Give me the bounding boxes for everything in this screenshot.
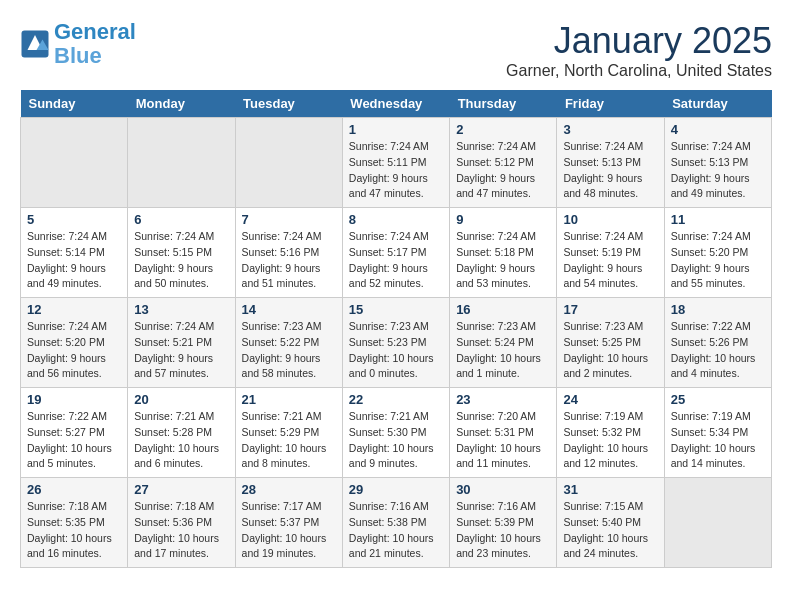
day-number: 22 [349,392,443,407]
column-header-friday: Friday [557,90,664,118]
day-detail: Sunrise: 7:18 AMSunset: 5:36 PMDaylight:… [134,499,228,562]
day-detail: Sunrise: 7:24 AMSunset: 5:12 PMDaylight:… [456,139,550,202]
logo: General Blue [20,20,136,68]
day-number: 29 [349,482,443,497]
calendar-cell: 20Sunrise: 7:21 AMSunset: 5:28 PMDayligh… [128,388,235,478]
day-detail: Sunrise: 7:24 AMSunset: 5:17 PMDaylight:… [349,229,443,292]
day-detail: Sunrise: 7:23 AMSunset: 5:24 PMDaylight:… [456,319,550,382]
day-number: 8 [349,212,443,227]
day-detail: Sunrise: 7:19 AMSunset: 5:34 PMDaylight:… [671,409,765,472]
day-number: 25 [671,392,765,407]
calendar-cell: 23Sunrise: 7:20 AMSunset: 5:31 PMDayligh… [450,388,557,478]
page-header: General Blue January 2025 Garner, North … [20,20,772,80]
calendar-week-3: 12Sunrise: 7:24 AMSunset: 5:20 PMDayligh… [21,298,772,388]
calendar-cell: 2Sunrise: 7:24 AMSunset: 5:12 PMDaylight… [450,118,557,208]
day-number: 9 [456,212,550,227]
day-detail: Sunrise: 7:24 AMSunset: 5:20 PMDaylight:… [27,319,121,382]
day-detail: Sunrise: 7:21 AMSunset: 5:30 PMDaylight:… [349,409,443,472]
location: Garner, North Carolina, United States [506,62,772,80]
logo-text: General Blue [54,20,136,68]
calendar-header: SundayMondayTuesdayWednesdayThursdayFrid… [21,90,772,118]
day-number: 2 [456,122,550,137]
calendar-cell: 5Sunrise: 7:24 AMSunset: 5:14 PMDaylight… [21,208,128,298]
day-number: 18 [671,302,765,317]
day-detail: Sunrise: 7:24 AMSunset: 5:11 PMDaylight:… [349,139,443,202]
day-number: 28 [242,482,336,497]
calendar-cell: 12Sunrise: 7:24 AMSunset: 5:20 PMDayligh… [21,298,128,388]
day-detail: Sunrise: 7:20 AMSunset: 5:31 PMDaylight:… [456,409,550,472]
calendar-week-2: 5Sunrise: 7:24 AMSunset: 5:14 PMDaylight… [21,208,772,298]
calendar-week-1: 1Sunrise: 7:24 AMSunset: 5:11 PMDaylight… [21,118,772,208]
calendar-cell: 24Sunrise: 7:19 AMSunset: 5:32 PMDayligh… [557,388,664,478]
day-detail: Sunrise: 7:21 AMSunset: 5:28 PMDaylight:… [134,409,228,472]
column-header-sunday: Sunday [21,90,128,118]
calendar-cell [21,118,128,208]
calendar-cell: 13Sunrise: 7:24 AMSunset: 5:21 PMDayligh… [128,298,235,388]
day-number: 30 [456,482,550,497]
calendar-cell: 29Sunrise: 7:16 AMSunset: 5:38 PMDayligh… [342,478,449,568]
day-detail: Sunrise: 7:23 AMSunset: 5:25 PMDaylight:… [563,319,657,382]
day-detail: Sunrise: 7:24 AMSunset: 5:13 PMDaylight:… [671,139,765,202]
day-detail: Sunrise: 7:24 AMSunset: 5:18 PMDaylight:… [456,229,550,292]
day-number: 4 [671,122,765,137]
day-number: 17 [563,302,657,317]
day-number: 31 [563,482,657,497]
calendar-table: SundayMondayTuesdayWednesdayThursdayFrid… [20,90,772,568]
day-number: 26 [27,482,121,497]
column-header-saturday: Saturday [664,90,771,118]
calendar-cell: 4Sunrise: 7:24 AMSunset: 5:13 PMDaylight… [664,118,771,208]
calendar-cell [664,478,771,568]
calendar-week-5: 26Sunrise: 7:18 AMSunset: 5:35 PMDayligh… [21,478,772,568]
day-detail: Sunrise: 7:23 AMSunset: 5:22 PMDaylight:… [242,319,336,382]
calendar-cell: 21Sunrise: 7:21 AMSunset: 5:29 PMDayligh… [235,388,342,478]
day-number: 10 [563,212,657,227]
column-header-wednesday: Wednesday [342,90,449,118]
day-number: 15 [349,302,443,317]
day-detail: Sunrise: 7:15 AMSunset: 5:40 PMDaylight:… [563,499,657,562]
day-detail: Sunrise: 7:17 AMSunset: 5:37 PMDaylight:… [242,499,336,562]
calendar-cell: 30Sunrise: 7:16 AMSunset: 5:39 PMDayligh… [450,478,557,568]
day-number: 16 [456,302,550,317]
calendar-cell: 16Sunrise: 7:23 AMSunset: 5:24 PMDayligh… [450,298,557,388]
month-title: January 2025 [506,20,772,62]
column-header-tuesday: Tuesday [235,90,342,118]
calendar-cell: 15Sunrise: 7:23 AMSunset: 5:23 PMDayligh… [342,298,449,388]
calendar-cell: 25Sunrise: 7:19 AMSunset: 5:34 PMDayligh… [664,388,771,478]
day-detail: Sunrise: 7:24 AMSunset: 5:19 PMDaylight:… [563,229,657,292]
calendar-cell: 31Sunrise: 7:15 AMSunset: 5:40 PMDayligh… [557,478,664,568]
calendar-cell: 1Sunrise: 7:24 AMSunset: 5:11 PMDaylight… [342,118,449,208]
calendar-cell [128,118,235,208]
calendar-cell: 18Sunrise: 7:22 AMSunset: 5:26 PMDayligh… [664,298,771,388]
day-detail: Sunrise: 7:24 AMSunset: 5:16 PMDaylight:… [242,229,336,292]
calendar-cell: 26Sunrise: 7:18 AMSunset: 5:35 PMDayligh… [21,478,128,568]
day-detail: Sunrise: 7:24 AMSunset: 5:13 PMDaylight:… [563,139,657,202]
calendar-cell: 27Sunrise: 7:18 AMSunset: 5:36 PMDayligh… [128,478,235,568]
day-detail: Sunrise: 7:24 AMSunset: 5:20 PMDaylight:… [671,229,765,292]
calendar-cell: 22Sunrise: 7:21 AMSunset: 5:30 PMDayligh… [342,388,449,478]
calendar-cell: 8Sunrise: 7:24 AMSunset: 5:17 PMDaylight… [342,208,449,298]
calendar-cell: 28Sunrise: 7:17 AMSunset: 5:37 PMDayligh… [235,478,342,568]
column-header-thursday: Thursday [450,90,557,118]
day-number: 1 [349,122,443,137]
day-number: 12 [27,302,121,317]
calendar-body: 1Sunrise: 7:24 AMSunset: 5:11 PMDaylight… [21,118,772,568]
day-detail: Sunrise: 7:21 AMSunset: 5:29 PMDaylight:… [242,409,336,472]
day-detail: Sunrise: 7:16 AMSunset: 5:38 PMDaylight:… [349,499,443,562]
calendar-cell: 14Sunrise: 7:23 AMSunset: 5:22 PMDayligh… [235,298,342,388]
logo-icon [20,29,50,59]
day-number: 19 [27,392,121,407]
calendar-cell: 9Sunrise: 7:24 AMSunset: 5:18 PMDaylight… [450,208,557,298]
day-number: 24 [563,392,657,407]
day-number: 14 [242,302,336,317]
day-detail: Sunrise: 7:24 AMSunset: 5:15 PMDaylight:… [134,229,228,292]
column-header-monday: Monday [128,90,235,118]
day-number: 3 [563,122,657,137]
calendar-cell: 3Sunrise: 7:24 AMSunset: 5:13 PMDaylight… [557,118,664,208]
day-detail: Sunrise: 7:24 AMSunset: 5:21 PMDaylight:… [134,319,228,382]
day-number: 23 [456,392,550,407]
calendar-week-4: 19Sunrise: 7:22 AMSunset: 5:27 PMDayligh… [21,388,772,478]
day-number: 11 [671,212,765,227]
day-detail: Sunrise: 7:24 AMSunset: 5:14 PMDaylight:… [27,229,121,292]
day-number: 13 [134,302,228,317]
title-block: January 2025 Garner, North Carolina, Uni… [506,20,772,80]
